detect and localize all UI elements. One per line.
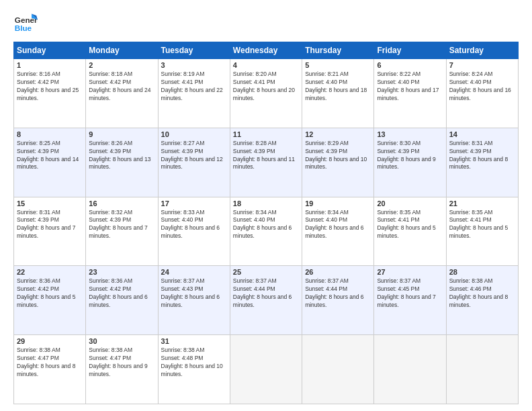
calendar-cell: 17Sunrise: 8:33 AMSunset: 4:40 PMDayligh… (158, 197, 230, 266)
calendar-week-row: 22Sunrise: 8:36 AMSunset: 4:42 PMDayligh… (14, 266, 519, 335)
day-number: 6 (377, 61, 443, 69)
calendar-cell: 2Sunrise: 8:18 AMSunset: 4:42 PMDaylight… (86, 59, 158, 128)
day-number: 28 (449, 268, 515, 276)
day-number: 16 (89, 199, 154, 208)
day-info: Sunrise: 8:18 AMSunset: 4:42 PMDaylight:… (89, 71, 154, 103)
day-info: Sunrise: 8:16 AMSunset: 4:42 PMDaylight:… (17, 71, 83, 103)
day-number: 20 (377, 199, 443, 208)
header: General Blue (13, 11, 519, 35)
calendar-cell: 25Sunrise: 8:37 AMSunset: 4:44 PMDayligh… (230, 266, 302, 335)
calendar-cell: 31Sunrise: 8:38 AMSunset: 4:48 PMDayligh… (158, 335, 230, 404)
logo-icon: General Blue (13, 11, 38, 35)
day-info: Sunrise: 8:32 AMSunset: 4:39 PMDaylight:… (89, 209, 154, 241)
day-info: Sunrise: 8:38 AMSunset: 4:47 PMDaylight:… (17, 347, 83, 379)
day-number: 23 (89, 268, 154, 276)
day-info: Sunrise: 8:29 AMSunset: 4:39 PMDaylight:… (305, 140, 371, 172)
day-info: Sunrise: 8:36 AMSunset: 4:42 PMDaylight:… (89, 277, 154, 310)
day-number: 22 (17, 268, 83, 276)
calendar-week-row: 8Sunrise: 8:25 AMSunset: 4:39 PMDaylight… (14, 128, 519, 197)
day-info: Sunrise: 8:25 AMSunset: 4:39 PMDaylight:… (17, 140, 83, 172)
day-info: Sunrise: 8:30 AMSunset: 4:39 PMDaylight:… (377, 140, 443, 172)
calendar-cell: 30Sunrise: 8:38 AMSunset: 4:47 PMDayligh… (86, 335, 158, 404)
calendar-cell (446, 335, 518, 404)
calendar-cell (230, 335, 302, 404)
day-number: 27 (377, 268, 443, 276)
calendar-cell (374, 335, 446, 404)
day-info: Sunrise: 8:28 AMSunset: 4:39 PMDaylight:… (233, 140, 299, 172)
day-number: 17 (161, 199, 227, 208)
calendar-cell: 15Sunrise: 8:31 AMSunset: 4:39 PMDayligh… (14, 197, 86, 266)
day-info: Sunrise: 8:36 AMSunset: 4:42 PMDaylight:… (17, 277, 83, 310)
calendar-table: SundayMondayTuesdayWednesdayThursdayFrid… (13, 42, 519, 404)
day-info: Sunrise: 8:31 AMSunset: 4:39 PMDaylight:… (449, 140, 515, 172)
calendar-cell: 26Sunrise: 8:37 AMSunset: 4:44 PMDayligh… (302, 266, 374, 335)
day-info: Sunrise: 8:37 AMSunset: 4:44 PMDaylight:… (305, 277, 371, 310)
calendar-cell: 3Sunrise: 8:19 AMSunset: 4:41 PMDaylight… (158, 59, 230, 128)
day-info: Sunrise: 8:27 AMSunset: 4:39 PMDaylight:… (161, 140, 227, 172)
calendar-cell: 29Sunrise: 8:38 AMSunset: 4:47 PMDayligh… (14, 335, 86, 404)
day-number: 15 (17, 199, 83, 208)
calendar-week-row: 1Sunrise: 8:16 AMSunset: 4:42 PMDaylight… (14, 59, 519, 128)
logo: General Blue (13, 11, 38, 35)
weekday-tuesday: Tuesday (158, 42, 230, 59)
day-info: Sunrise: 8:38 AMSunset: 4:48 PMDaylight:… (161, 347, 227, 379)
svg-text:Blue: Blue (15, 24, 32, 32)
day-number: 19 (305, 199, 371, 208)
day-number: 18 (233, 199, 299, 208)
day-number: 31 (161, 337, 227, 345)
calendar-cell: 1Sunrise: 8:16 AMSunset: 4:42 PMDaylight… (14, 59, 86, 128)
day-info: Sunrise: 8:38 AMSunset: 4:46 PMDaylight:… (449, 277, 515, 310)
day-info: Sunrise: 8:38 AMSunset: 4:47 PMDaylight:… (89, 347, 154, 379)
calendar-cell: 20Sunrise: 8:35 AMSunset: 4:41 PMDayligh… (374, 197, 446, 266)
calendar-cell (302, 335, 374, 404)
day-number: 5 (305, 61, 371, 69)
day-number: 13 (377, 130, 443, 138)
day-number: 9 (89, 130, 154, 138)
calendar-cell: 12Sunrise: 8:29 AMSunset: 4:39 PMDayligh… (302, 128, 374, 197)
day-info: Sunrise: 8:26 AMSunset: 4:39 PMDaylight:… (89, 140, 154, 172)
day-number: 24 (161, 268, 227, 276)
calendar-body: 1Sunrise: 8:16 AMSunset: 4:42 PMDaylight… (14, 59, 519, 404)
day-info: Sunrise: 8:34 AMSunset: 4:40 PMDaylight:… (233, 209, 299, 241)
calendar-cell: 14Sunrise: 8:31 AMSunset: 4:39 PMDayligh… (446, 128, 518, 197)
day-info: Sunrise: 8:19 AMSunset: 4:41 PMDaylight:… (161, 71, 227, 103)
calendar-cell: 10Sunrise: 8:27 AMSunset: 4:39 PMDayligh… (158, 128, 230, 197)
calendar-cell: 13Sunrise: 8:30 AMSunset: 4:39 PMDayligh… (374, 128, 446, 197)
weekday-wednesday: Wednesday (230, 42, 302, 59)
day-number: 1 (17, 61, 83, 69)
day-info: Sunrise: 8:37 AMSunset: 4:43 PMDaylight:… (161, 277, 227, 310)
day-number: 12 (305, 130, 371, 138)
day-number: 2 (89, 61, 154, 69)
calendar-cell: 27Sunrise: 8:37 AMSunset: 4:45 PMDayligh… (374, 266, 446, 335)
day-info: Sunrise: 8:37 AMSunset: 4:45 PMDaylight:… (377, 277, 443, 310)
weekday-friday: Friday (374, 42, 446, 59)
weekday-thursday: Thursday (302, 42, 374, 59)
day-number: 7 (449, 61, 515, 69)
calendar-cell: 18Sunrise: 8:34 AMSunset: 4:40 PMDayligh… (230, 197, 302, 266)
day-number: 30 (89, 337, 154, 345)
calendar-cell: 8Sunrise: 8:25 AMSunset: 4:39 PMDaylight… (14, 128, 86, 197)
day-number: 8 (17, 130, 83, 138)
calendar-cell: 16Sunrise: 8:32 AMSunset: 4:39 PMDayligh… (86, 197, 158, 266)
calendar-week-row: 29Sunrise: 8:38 AMSunset: 4:47 PMDayligh… (14, 335, 519, 404)
day-number: 11 (233, 130, 299, 138)
calendar-cell: 5Sunrise: 8:21 AMSunset: 4:40 PMDaylight… (302, 59, 374, 128)
day-info: Sunrise: 8:20 AMSunset: 4:41 PMDaylight:… (233, 71, 299, 103)
calendar-week-row: 15Sunrise: 8:31 AMSunset: 4:39 PMDayligh… (14, 197, 519, 266)
calendar-cell: 21Sunrise: 8:35 AMSunset: 4:41 PMDayligh… (446, 197, 518, 266)
day-info: Sunrise: 8:22 AMSunset: 4:40 PMDaylight:… (377, 71, 443, 103)
day-info: Sunrise: 8:37 AMSunset: 4:44 PMDaylight:… (233, 277, 299, 310)
day-info: Sunrise: 8:31 AMSunset: 4:39 PMDaylight:… (17, 209, 83, 241)
day-number: 25 (233, 268, 299, 276)
calendar-cell: 19Sunrise: 8:34 AMSunset: 4:40 PMDayligh… (302, 197, 374, 266)
calendar-cell: 6Sunrise: 8:22 AMSunset: 4:40 PMDaylight… (374, 59, 446, 128)
day-info: Sunrise: 8:33 AMSunset: 4:40 PMDaylight:… (161, 209, 227, 241)
calendar-cell: 4Sunrise: 8:20 AMSunset: 4:41 PMDaylight… (230, 59, 302, 128)
day-info: Sunrise: 8:35 AMSunset: 4:41 PMDaylight:… (377, 209, 443, 241)
calendar-cell: 28Sunrise: 8:38 AMSunset: 4:46 PMDayligh… (446, 266, 518, 335)
day-info: Sunrise: 8:34 AMSunset: 4:40 PMDaylight:… (305, 209, 371, 241)
weekday-sunday: Sunday (14, 42, 86, 59)
day-number: 14 (449, 130, 515, 138)
calendar-cell: 7Sunrise: 8:24 AMSunset: 4:40 PMDaylight… (446, 59, 518, 128)
day-info: Sunrise: 8:21 AMSunset: 4:40 PMDaylight:… (305, 71, 371, 103)
